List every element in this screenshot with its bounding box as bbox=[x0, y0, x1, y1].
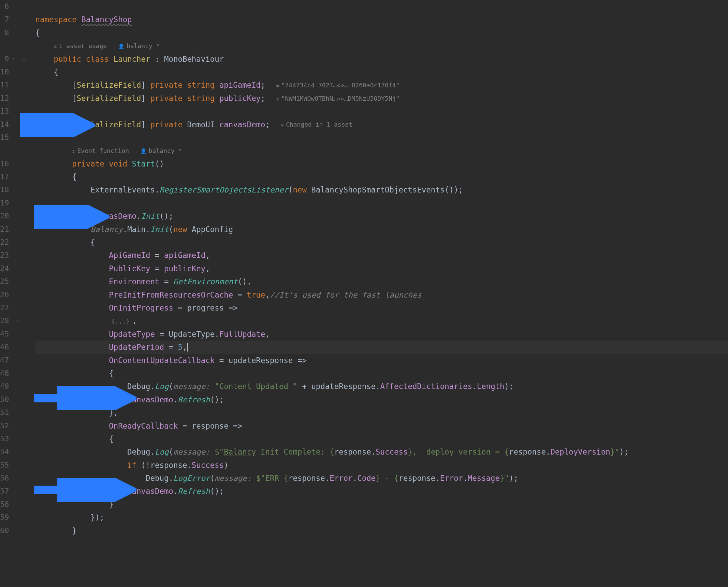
unity-icon: ✲ bbox=[54, 43, 57, 49]
code-line[interactable]: [SerializeField] private string publicKe… bbox=[35, 92, 728, 105]
line-number[interactable]: 14 bbox=[0, 118, 28, 131]
code-line[interactable]: { bbox=[35, 66, 728, 78]
code-line[interactable]: Debug.LogError(message: $"ERR {response.… bbox=[35, 472, 728, 485]
line-number[interactable]: 59 bbox=[0, 511, 28, 524]
code-line[interactable]: public class Launcher : MonoBehaviour bbox=[35, 53, 728, 66]
line-number[interactable]: 21 bbox=[0, 223, 28, 236]
code-line[interactable]: { bbox=[35, 367, 728, 380]
line-number[interactable]: 56 bbox=[0, 472, 28, 485]
line-number[interactable]: 48 bbox=[0, 367, 28, 380]
line-number[interactable]: 55 bbox=[0, 459, 28, 472]
fold-expand-icon[interactable]: › bbox=[16, 314, 19, 327]
code-area[interactable]: namespace BalancyShop { ✲1 asset usage 👤… bbox=[34, 0, 728, 587]
line-number[interactable]: 19 bbox=[0, 197, 28, 210]
code-line[interactable]: { bbox=[35, 236, 728, 249]
user-icon: 👤 bbox=[140, 148, 147, 154]
code-line[interactable]: OnReadyCallback = response => bbox=[35, 419, 728, 432]
line-number[interactable]: 16 bbox=[0, 157, 28, 170]
code-line[interactable] bbox=[35, 197, 728, 210]
code-line[interactable]: OnContentUpdateCallback = updateResponse… bbox=[35, 354, 728, 367]
line-number[interactable]: 57 bbox=[0, 485, 28, 498]
line-number[interactable]: 46 bbox=[0, 341, 28, 354]
inlay-hint[interactable]: ✲Event function 👤balancy * bbox=[35, 144, 728, 157]
editor-root: 6 7 8 9˄○ 10 11 12 13 14 15 16 17 18 19 … bbox=[0, 0, 728, 587]
line-number[interactable]: 50 bbox=[0, 393, 28, 406]
gutter: 6 7 8 9˄○ 10 11 12 13 14 15 16 17 18 19 … bbox=[0, 0, 34, 587]
line-number[interactable]: 25 bbox=[0, 275, 28, 288]
code-line[interactable]: { bbox=[35, 432, 728, 445]
line-number[interactable]: 17 bbox=[0, 170, 28, 183]
annotation-spacer bbox=[0, 39, 28, 52]
code-line[interactable]: } bbox=[35, 524, 728, 537]
line-number[interactable]: 15 bbox=[0, 131, 28, 144]
line-number[interactable]: 23 bbox=[0, 249, 28, 262]
unity-icon: ✲ bbox=[72, 148, 75, 154]
line-number[interactable]: 24 bbox=[0, 262, 28, 275]
line-number[interactable]: 13 bbox=[0, 105, 28, 118]
code-line[interactable]: canvasDemo.Refresh(); bbox=[35, 393, 728, 406]
code-line[interactable]: Balancy.Main.Init(new AppConfig bbox=[35, 223, 728, 236]
line-number[interactable]: 8 bbox=[0, 26, 28, 39]
code-line[interactable]: Environment = GetEnvironment(), bbox=[35, 275, 728, 288]
line-number[interactable]: 12 bbox=[0, 92, 28, 105]
line-number[interactable]: 58 bbox=[0, 498, 28, 511]
line-number[interactable]: 27 bbox=[0, 301, 28, 314]
code-line[interactable]: Debug.Log(message: "Content Updated " + … bbox=[35, 380, 728, 393]
code-line[interactable] bbox=[35, 0, 728, 13]
code-line[interactable]: PublicKey = publicKey, bbox=[35, 262, 728, 275]
code-line[interactable]: private void Start() bbox=[35, 157, 728, 170]
line-number[interactable]: 51 bbox=[0, 406, 28, 419]
unity-icon: ✲ bbox=[281, 122, 284, 128]
line-number[interactable]: 60 bbox=[0, 524, 28, 537]
unity-icon: ✲ bbox=[276, 83, 279, 89]
line-number[interactable]: 26 bbox=[0, 288, 28, 301]
code-line[interactable]: canvasDemo.Refresh(); bbox=[35, 485, 728, 498]
line-number[interactable]: 20 bbox=[0, 210, 28, 223]
code-line[interactable]: if (!response.Success) bbox=[35, 459, 728, 472]
user-icon: 👤 bbox=[118, 43, 125, 49]
code-line[interactable]: { bbox=[35, 26, 728, 39]
line-number[interactable]: 53 bbox=[0, 432, 28, 445]
line-number[interactable]: 47 bbox=[0, 354, 28, 367]
code-line[interactable]: Debug.Log(message: $"Balancy Init Comple… bbox=[35, 445, 728, 458]
line-number[interactable]: 22 bbox=[0, 236, 28, 249]
annotation-spacer bbox=[0, 144, 28, 157]
line-number[interactable]: 10 bbox=[0, 66, 28, 78]
code-line[interactable]: OnInitProgress = progress => bbox=[35, 301, 728, 314]
code-line[interactable] bbox=[35, 131, 728, 144]
code-line[interactable]: [SerializeField] private DemoUI canvasDe… bbox=[35, 118, 728, 131]
code-line[interactable]: ApiGameId = apiGameId, bbox=[35, 249, 728, 262]
code-line[interactable]: {...}, bbox=[35, 314, 728, 327]
text-cursor bbox=[187, 343, 188, 352]
line-number[interactable]: 6 bbox=[0, 0, 28, 13]
code-line[interactable]: UpdateType = UpdateType.FullUpdate, bbox=[35, 328, 728, 341]
code-line[interactable]: PreInitFromResourcesOrCache = true,//It'… bbox=[35, 288, 728, 301]
folded-region[interactable]: {...} bbox=[109, 317, 132, 326]
unity-icon: ✲ bbox=[276, 96, 279, 102]
code-line[interactable]: namespace BalancyShop bbox=[35, 13, 728, 26]
code-line[interactable]: ExternalEvents.RegisterSmartObjectsListe… bbox=[35, 183, 728, 196]
line-number[interactable]: 18 bbox=[0, 183, 28, 196]
code-line[interactable]: canvasDemo.Init(); bbox=[35, 210, 728, 223]
breakpoint-icon[interactable]: ○ bbox=[23, 53, 26, 66]
line-number[interactable]: 52 bbox=[0, 419, 28, 432]
code-line-current[interactable]: UpdatePeriod = 5, bbox=[35, 341, 728, 354]
code-line[interactable]: }); bbox=[35, 511, 728, 524]
line-number[interactable]: 11 bbox=[0, 78, 28, 91]
code-line[interactable]: }, bbox=[35, 406, 728, 419]
code-line[interactable]: } bbox=[35, 498, 728, 511]
line-number[interactable]: 49 bbox=[0, 380, 28, 393]
code-line[interactable]: { bbox=[35, 170, 728, 183]
caret-up-icon: ˄ bbox=[13, 54, 15, 67]
line-number[interactable]: 7 bbox=[0, 13, 28, 26]
line-number[interactable]: 9˄○ bbox=[0, 53, 28, 66]
line-number[interactable]: 28› bbox=[0, 314, 28, 327]
line-number[interactable]: 54 bbox=[0, 445, 28, 458]
line-number[interactable]: 45 bbox=[0, 328, 28, 341]
code-line[interactable] bbox=[35, 105, 728, 118]
code-line[interactable]: [SerializeField] private string apiGameI… bbox=[35, 78, 728, 91]
inlay-hint[interactable]: ✲1 asset usage 👤balancy * bbox=[35, 39, 728, 52]
